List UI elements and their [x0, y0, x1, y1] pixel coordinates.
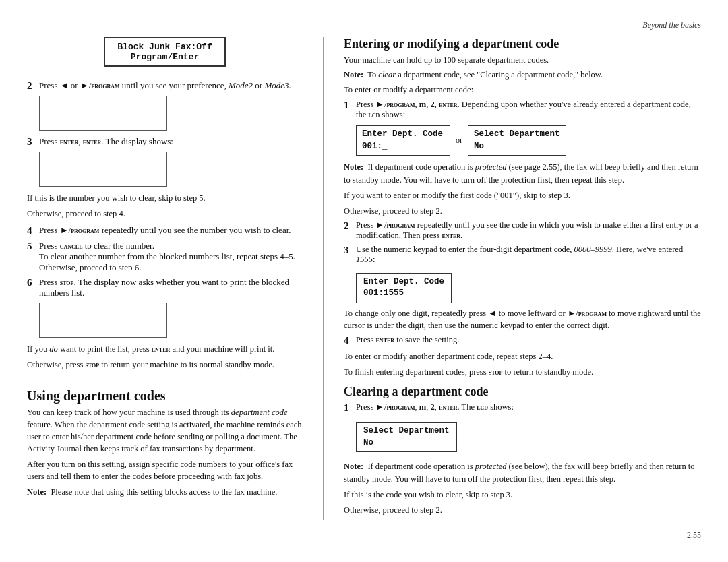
select-dept-no-line1: Select Department — [363, 426, 450, 435]
r-step3-row: 3 Use the numeric keypad to enter the fo… — [344, 245, 701, 265]
block-junk-fax-box: Block Junk Fax:Off Program/Enter — [27, 37, 303, 73]
step3-note1: If this is the number you wish to clear,… — [27, 192, 303, 204]
enter-dept-line1: Enter Dept. Code — [362, 129, 443, 139]
select-dept-no-line2: No — [363, 438, 373, 447]
block-box-line1: Block Junk Fax:Off — [117, 42, 212, 52]
r-step3-num: 3 — [344, 245, 355, 256]
using-dept-note-text: Please note that using this setting bloc… — [51, 487, 277, 497]
r-step1-content: Press ►/program, m, 2, enter. Depending … — [356, 100, 698, 120]
step2-row: 2 Press ◄ or ►/program until you see you… — [27, 80, 303, 92]
step6-content: Press stop. The display now asks whether… — [39, 277, 300, 299]
enter-dept-box: Enter Dept. Code 001:_ — [356, 125, 450, 156]
dept-or: or — [450, 125, 468, 156]
step3-display — [39, 152, 167, 187]
r-repeat1: To enter or modify another department co… — [344, 350, 701, 363]
step6-note2: Otherwise, press stop to return your mac… — [27, 358, 303, 371]
step4-num: 4 — [27, 225, 38, 237]
step3-note2: Otherwise, proceed to step 4. — [27, 208, 303, 220]
entering-title: Entering or modifying a department code — [344, 37, 701, 51]
step2-display — [39, 96, 167, 131]
page: Beyond the basics Block Junk Fax:Off Pro… — [0, 0, 728, 562]
step6-note1: If you do want to print the list, press … — [27, 343, 303, 355]
r-skip1: If you want to enter or modify the first… — [344, 189, 701, 201]
select-dept-no-box: Select Department No — [356, 422, 457, 452]
dept-code-table: Enter Dept. Code 001:_ or Select Departm… — [356, 125, 701, 156]
step4-row: 4 Press ►/program repeatedly until you s… — [27, 225, 303, 237]
right-column: Entering or modifying a department code … — [324, 37, 701, 520]
select-dept-line1: Select Department — [474, 129, 560, 139]
clear-step1-row: 1 Press ►/program, m, 2, enter. The lcd … — [344, 402, 701, 414]
using-dept-note: Note: Please note that using this settin… — [27, 486, 303, 498]
r-note-protected: Note: If department code operation is pr… — [344, 161, 701, 185]
r-step4-num: 4 — [344, 335, 355, 346]
select-dept-no-container: Select Department No — [356, 418, 701, 456]
r-step3-content: Use the numeric keypad to enter the four… — [356, 245, 698, 265]
r-step1-num: 1 — [344, 100, 355, 111]
using-dept-para1: You can keep track of how your machine i… — [27, 406, 303, 456]
clear-skip2: Otherwise, proceed to step 2. — [344, 504, 701, 516]
step2-num: 2 — [27, 80, 38, 92]
left-column: Block Junk Fax:Off Program/Enter 2 Press… — [27, 37, 324, 520]
step5-num: 5 — [27, 241, 38, 252]
select-dept-box: Select Department No — [468, 125, 566, 156]
block-box-line2: Program/Enter — [131, 52, 199, 62]
r-step4-content: Press enter to save the setting. — [356, 335, 698, 345]
clear-step1-content: Press ►/program, m, 2, enter. The lcd sh… — [356, 402, 698, 412]
r-step4-row: 4 Press enter to save the setting. — [344, 335, 701, 346]
step3-num: 3 — [27, 136, 38, 148]
clear-step1-num: 1 — [344, 402, 355, 414]
r-skip2: Otherwise, proceed to step 2. — [344, 205, 701, 217]
section-header: Beyond the basics — [27, 20, 701, 30]
step6-num: 6 — [27, 277, 38, 288]
block-junk-fax-heading: Block Junk Fax:Off Program/Enter — [104, 37, 225, 67]
page-number: 2.55 — [27, 530, 701, 540]
section-title-text: Beyond the basics — [642, 20, 701, 30]
step5-row: 5 Press cancel to clear the number. To c… — [27, 241, 303, 273]
r-note-label: Note: — [344, 162, 363, 172]
entering-note-label: Note: — [344, 70, 363, 80]
step5-content: Press cancel to clear the number. To cle… — [39, 241, 300, 273]
step4-content: Press ►/program repeatedly until you see… — [39, 225, 300, 236]
r-step3-after: To change only one digit, repeatedly pre… — [344, 307, 701, 332]
using-dept-para2: After you turn on this setting, assign s… — [27, 458, 303, 482]
enter-dept-1555-box: Enter Dept. Code 001:1555 — [356, 273, 452, 303]
using-dept-title: Using department codes — [27, 388, 303, 404]
step3-content: Press enter, enter. The display shows: — [39, 136, 300, 147]
r-step1-row: 1 Press ►/program, m, 2, enter. Dependin… — [344, 100, 701, 120]
enter-dept-1555-line2: 001:1555 — [363, 288, 404, 298]
enter-dept-line2: 001:_ — [362, 142, 388, 151]
select-dept-line2: No — [474, 142, 484, 151]
step6-display — [39, 303, 167, 338]
clear-note-label: Note: — [344, 462, 363, 471]
columns: Block Junk Fax:Off Program/Enter 2 Press… — [27, 37, 701, 520]
r-step2-content: Press ►/program repeatedly until you see… — [356, 220, 698, 241]
r-step2-row: 2 Press ►/program repeatedly until you s… — [344, 220, 701, 241]
enter-dept-1555-container: Enter Dept. Code 001:1555 — [356, 269, 701, 307]
clear-skip1: If this is the code you wish to clear, s… — [344, 489, 701, 501]
section-divider — [27, 381, 303, 381]
step3-row: 3 Press enter, enter. The display shows: — [27, 136, 303, 148]
entering-note2: To enter or modify a department code: — [344, 84, 701, 96]
clearing-title: Clearing a department code — [344, 385, 701, 399]
step2-content: Press ◄ or ►/program until you see your … — [39, 80, 300, 91]
r-step2-num: 2 — [344, 220, 355, 232]
r-repeat2: To finish entering department codes, pre… — [344, 366, 701, 378]
using-dept-note-label: Note: — [27, 487, 47, 497]
entering-note: Note: To clear a department code, see "C… — [344, 69, 701, 81]
entering-para: Your machine can hold up to 100 separate… — [344, 54, 701, 66]
step6-row: 6 Press stop. The display now asks wheth… — [27, 277, 303, 299]
clear-note: Note: If department code operation is pr… — [344, 460, 701, 485]
enter-dept-1555-line1: Enter Dept. Code — [363, 277, 444, 286]
